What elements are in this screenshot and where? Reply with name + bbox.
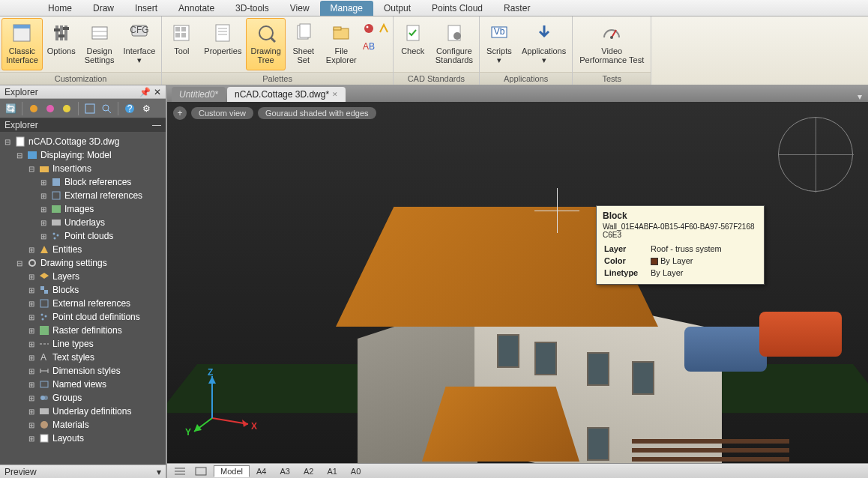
options-button[interactable]: Options	[43, 18, 80, 70]
tree-node[interactable]: ⊞Dimension styles	[1, 364, 164, 378]
tree-twisty-icon[interactable]: ⊟	[3, 138, 12, 146]
tree-twisty-icon[interactable]: ⊞	[27, 313, 36, 321]
tree-twisty-icon[interactable]: ⊞	[27, 408, 36, 416]
tree-node[interactable]: ⊞External references	[1, 297, 164, 310]
tree-twisty-icon[interactable]: ⊞	[27, 300, 36, 308]
tabs-menu-icon[interactable]: ▾	[852, 91, 868, 102]
tree-node[interactable]: ⊞Groups	[1, 391, 164, 405]
layout-grid-icon[interactable]	[193, 465, 209, 477]
file-explorer-button[interactable]: File Explorer	[322, 18, 361, 70]
menu-view[interactable]: View	[280, 1, 320, 16]
menu-manage[interactable]: Manage	[320, 1, 373, 16]
tree-twisty-icon[interactable]: ⊞	[27, 327, 36, 335]
sheet-set-button[interactable]: Sheet Set	[286, 18, 322, 70]
close-icon[interactable]: ✕	[154, 87, 161, 97]
layout-tab-model[interactable]: Model	[214, 465, 250, 477]
minimize-icon[interactable]: —	[152, 120, 161, 130]
tree-node[interactable]: ⊟Displaying: Model	[1, 148, 164, 162]
palette-small-ab-icon[interactable]: AB	[361, 39, 376, 54]
layout-tab-a1[interactable]: A1	[320, 465, 343, 477]
menu-points-cloud[interactable]: Points Cloud	[421, 1, 493, 16]
tree-node[interactable]: ⊞Underlays	[1, 216, 164, 229]
tree-node[interactable]: ⊞Materials	[1, 418, 164, 432]
tree-twisty-icon[interactable]: ⊞	[39, 192, 48, 200]
check-button[interactable]: Check	[395, 18, 431, 70]
tree-twisty-icon[interactable]: ⊞	[27, 381, 36, 389]
layout-tab-a4[interactable]: A4	[250, 465, 273, 477]
palette-small-paint-icon[interactable]	[361, 21, 376, 36]
tree-node[interactable]: ⊞Layers	[1, 270, 164, 283]
view-compass[interactable]	[778, 117, 853, 192]
tree-node[interactable]: ⊞Layouts	[1, 432, 164, 445]
drawing-tree-button[interactable]: Drawing Tree	[246, 18, 285, 70]
layout-list-icon[interactable]	[172, 465, 188, 477]
tree-twisty-icon[interactable]: ⊞	[39, 232, 48, 240]
viewport-add-icon[interactable]: +	[173, 106, 187, 120]
tree-twisty-icon[interactable]: ⊞	[27, 354, 36, 362]
viewport-3d[interactable]: + Custom view Gouraud shaded with edges	[167, 102, 868, 463]
pin-icon[interactable]: 📌	[139, 87, 151, 97]
refresh-icon[interactable]: 🔄	[3, 101, 18, 116]
palette-small-spark-icon[interactable]	[376, 21, 391, 36]
explorer-tree[interactable]: ⊟nCAD.Cottage 3D.dwg⊟Displaying: Model⊟I…	[0, 132, 166, 465]
classic-interface-button[interactable]: Classic Interface	[1, 18, 43, 70]
menu-3dtools[interactable]: 3D-tools	[225, 1, 280, 16]
expand-icon[interactable]: ▾	[157, 467, 161, 477]
tree-node[interactable]: ⊞External references	[1, 189, 164, 202]
tree-twisty-icon[interactable]: ⊞	[39, 219, 48, 227]
tree-twisty-icon[interactable]: ⊟	[15, 151, 24, 160]
help-icon[interactable]: ?	[122, 101, 137, 116]
tree-node[interactable]: ⊞Blocks	[1, 283, 164, 297]
tree-twisty-icon[interactable]: ⊟	[15, 259, 24, 267]
tree-node[interactable]: ⊞Block references	[1, 175, 164, 189]
video-perf-button[interactable]: Video Performance Test	[574, 18, 649, 70]
design-settings-button[interactable]: Design Settings	[80, 18, 119, 70]
layout-tab-a2[interactable]: A2	[297, 465, 320, 477]
scripts-button[interactable]: VbScripts ▾	[481, 18, 517, 70]
applications-button[interactable]: Applications ▾	[517, 18, 570, 70]
tree-node[interactable]: ⊞Entities	[1, 243, 164, 256]
menu-raster[interactable]: Raster	[493, 1, 540, 16]
zoom-extents-icon[interactable]	[82, 101, 97, 116]
tab-untitled[interactable]: Untitled0*	[172, 87, 226, 102]
menu-annotate[interactable]: Annotate	[168, 1, 225, 16]
filter1-icon[interactable]	[26, 101, 41, 116]
tree-node[interactable]: ⊟nCAD.Cottage 3D.dwg	[1, 135, 164, 148]
menu-draw[interactable]: Draw	[82, 1, 124, 16]
tree-twisty-icon[interactable]: ⊞	[27, 421, 36, 429]
tree-node[interactable]: ⊞Images	[1, 202, 164, 216]
menu-insert[interactable]: Insert	[124, 1, 168, 16]
layout-tab-a0[interactable]: A0	[344, 465, 367, 477]
tree-twisty-icon[interactable]: ⊞	[27, 435, 36, 443]
tree-twisty-icon[interactable]: ⊞	[27, 367, 36, 375]
tree-twisty-icon[interactable]: ⊞	[27, 286, 36, 294]
menu-output[interactable]: Output	[373, 1, 421, 16]
tree-node[interactable]: ⊞Named views	[1, 378, 164, 391]
tree-twisty-icon[interactable]: ⊞	[39, 178, 48, 187]
viewport-shade-chip[interactable]: Gouraud shaded with edges	[258, 107, 376, 119]
tab-close-icon[interactable]: ✕	[332, 91, 338, 98]
properties-button[interactable]: Properties	[199, 18, 246, 70]
settings-icon[interactable]: ⚙	[139, 101, 154, 116]
tree-node[interactable]: ⊞Line types	[1, 337, 164, 351]
tree-twisty-icon[interactable]: ⊞	[27, 246, 36, 254]
tree-node[interactable]: ⊞Raster definitions	[1, 324, 164, 337]
tree-node[interactable]: ⊞Point cloud definitions	[1, 310, 164, 324]
tree-twisty-icon[interactable]: ⊞	[39, 205, 48, 214]
zoom-icon[interactable]	[99, 101, 114, 116]
menu-home[interactable]: Home	[37, 1, 82, 16]
tool-button[interactable]: Tool	[163, 18, 199, 70]
tab-cottage[interactable]: nCAD.Cottage 3D.dwg*✕	[227, 87, 346, 102]
tree-twisty-icon[interactable]: ⊟	[27, 165, 36, 173]
tree-twisty-icon[interactable]: ⊞	[27, 394, 36, 402]
filter3-icon[interactable]	[59, 101, 74, 116]
axis-gizmo[interactable]: Z X Y	[190, 373, 250, 433]
tree-node[interactable]: ⊞AText styles	[1, 351, 164, 364]
tree-node[interactable]: ⊞Underlay definitions	[1, 405, 164, 418]
tree-node[interactable]: ⊞Point clouds	[1, 229, 164, 243]
tree-node[interactable]: ⊟Drawing settings	[1, 256, 164, 270]
filter2-icon[interactable]	[43, 101, 58, 116]
tree-twisty-icon[interactable]: ⊞	[27, 273, 36, 281]
configure-standards-button[interactable]: Configure Standards	[431, 18, 477, 70]
interface-button[interactable]: CFG Interface ▾	[118, 18, 160, 70]
